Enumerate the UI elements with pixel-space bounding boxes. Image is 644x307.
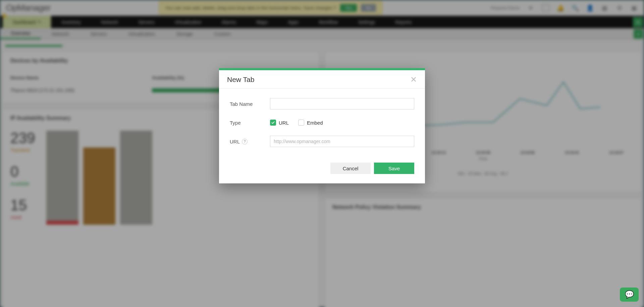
type-embed-option[interactable]: Embed (298, 120, 323, 126)
checkbox-unchecked-icon (298, 120, 304, 126)
chat-fab-icon[interactable]: 💬 (620, 288, 639, 302)
tab-name-input[interactable] (270, 98, 414, 109)
url-label: URL ? (230, 139, 270, 144)
type-url-option[interactable]: URL (270, 120, 289, 126)
modal-title: New Tab (227, 76, 254, 84)
tab-name-label: Tab Name (230, 101, 270, 107)
cancel-button[interactable]: Cancel (330, 163, 371, 174)
type-label: Type (230, 120, 270, 126)
url-input[interactable] (270, 136, 414, 147)
close-icon[interactable]: ✕ (410, 76, 417, 84)
save-button[interactable]: Save (374, 163, 414, 174)
checkbox-checked-icon (270, 120, 276, 126)
url-check-label: URL (279, 120, 289, 126)
new-tab-modal: New Tab ✕ Tab Name Type URL Embed (219, 68, 425, 183)
embed-check-label: Embed (307, 120, 323, 126)
help-icon[interactable]: ? (242, 139, 248, 144)
